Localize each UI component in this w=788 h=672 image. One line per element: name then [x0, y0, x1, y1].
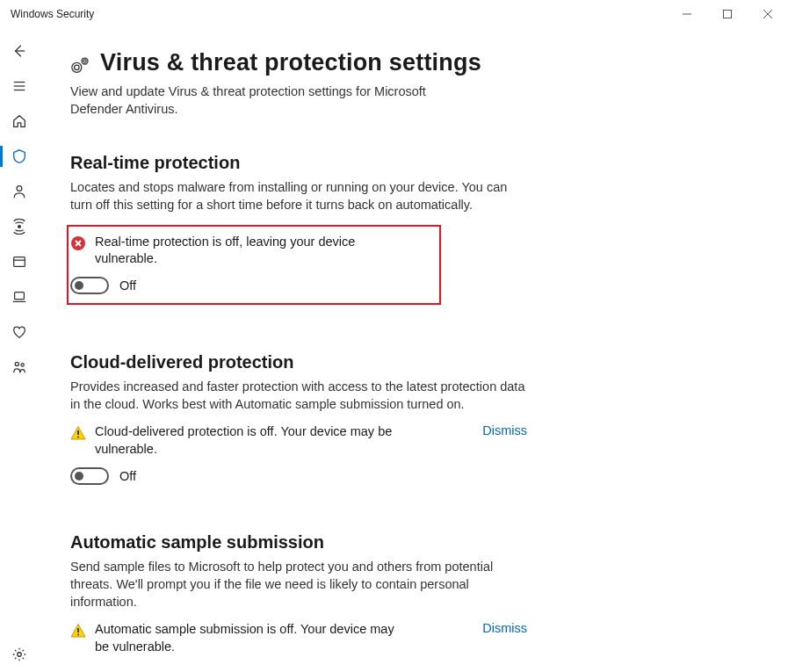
toggle-label-realtime: Off: [119, 278, 136, 293]
highlight-realtime-off: Real-time protection is off, leaving you…: [67, 225, 441, 305]
family-icon: [11, 359, 27, 375]
hamburger-icon: [11, 78, 27, 94]
svg-point-16: [18, 653, 22, 657]
alert-row-cloud: Cloud-delivered protection is off. Your …: [70, 423, 527, 458]
minimize-icon: [683, 10, 691, 18]
sidebar-item-device-health[interactable]: [0, 314, 39, 350]
section-title-realtime: Real-time protection: [70, 153, 527, 173]
alert-row-sample: Automatic sample submission is off. Your…: [70, 621, 527, 655]
svg-point-15: [21, 364, 24, 366]
toggle-cloud[interactable]: [70, 467, 109, 485]
sidebar-item-device-security[interactable]: [0, 279, 39, 314]
home-icon: [11, 113, 27, 129]
toggle-knob: [75, 281, 83, 290]
section-realtime: Real-time protection Locates and stops m…: [70, 153, 527, 305]
sidebar-item-app-browser[interactable]: [0, 244, 39, 279]
person-icon: [11, 184, 27, 199]
sidebar: [0, 28, 39, 672]
titlebar: Windows Security: [0, 0, 788, 28]
toggle-label-cloud: Off: [119, 469, 136, 483]
page-header-icon: [70, 56, 90, 78]
app-browser-icon: [11, 254, 27, 270]
alert-text-sample: Automatic sample submission is off. Your…: [95, 621, 411, 655]
window-controls: [667, 0, 788, 28]
maximize-button[interactable]: [707, 0, 748, 28]
svg-point-8: [17, 186, 22, 191]
app-body: Virus & threat protection settings View …: [0, 28, 788, 672]
svg-point-9: [18, 226, 21, 228]
svg-point-19: [83, 60, 86, 62]
window-title: Windows Security: [11, 8, 94, 20]
section-title-sample: Automatic sample submission: [70, 532, 527, 553]
dismiss-link-sample[interactable]: Dismiss: [482, 621, 527, 635]
section-sample: Automatic sample submission Send sample …: [70, 532, 527, 656]
back-arrow-icon: [11, 43, 27, 59]
section-cloud: Cloud-delivered protection Provides incr…: [70, 352, 527, 485]
section-title-cloud: Cloud-delivered protection: [70, 352, 527, 372]
sidebar-item-settings[interactable]: [0, 637, 39, 672]
toggle-knob: [75, 472, 83, 481]
laptop-icon: [11, 289, 27, 305]
section-desc-realtime: Locates and stops malware from installin…: [70, 178, 527, 214]
sidebar-item-account[interactable]: [0, 174, 39, 209]
back-button[interactable]: [0, 33, 39, 69]
sidebar-item-family[interactable]: [0, 350, 39, 385]
svg-rect-12: [15, 293, 25, 300]
svg-point-20: [82, 58, 88, 64]
toggle-row-realtime: Off: [70, 277, 432, 294]
heart-icon: [11, 324, 27, 340]
toggle-row-cloud: Off: [70, 467, 527, 485]
sidebar-item-home[interactable]: [0, 104, 39, 139]
section-desc-sample: Send sample files to Microsoft to help p…: [70, 558, 527, 611]
sidebar-spacer: [0, 385, 39, 637]
page-subtitle: View and update Virus & threat protectio…: [70, 83, 474, 118]
gear-icon: [11, 647, 27, 662]
svg-rect-10: [14, 257, 25, 267]
maximize-icon: [723, 10, 732, 18]
dismiss-link-cloud[interactable]: Dismiss: [482, 423, 527, 437]
settings-gears-icon: [70, 56, 90, 76]
close-icon: [763, 10, 772, 18]
sidebar-item-virus-protection[interactable]: [0, 139, 39, 174]
svg-rect-1: [724, 11, 732, 18]
minimize-button[interactable]: [667, 0, 707, 28]
error-icon: [70, 235, 86, 254]
alert-text-cloud: Cloud-delivered protection is off. Your …: [95, 423, 411, 458]
alert-text-realtime: Real-time protection is off, leaving you…: [95, 234, 411, 268]
section-desc-cloud: Provides increased and faster protection…: [70, 378, 527, 414]
toggle-realtime[interactable]: [70, 277, 109, 294]
svg-point-14: [15, 362, 18, 365]
alert-row-realtime: Real-time protection is off, leaving you…: [70, 234, 432, 268]
warning-icon: [70, 425, 86, 444]
svg-point-17: [75, 65, 80, 70]
main-content: Virus & threat protection settings View …: [39, 28, 788, 672]
shield-icon: [11, 148, 27, 164]
page-header: Virus & threat protection settings: [70, 49, 753, 78]
sidebar-item-firewall[interactable]: [0, 209, 39, 244]
svg-point-18: [72, 62, 82, 72]
svg-point-29: [77, 634, 79, 636]
close-button[interactable]: [748, 0, 788, 28]
page-title: Virus & threat protection settings: [100, 49, 481, 76]
menu-button[interactable]: [0, 69, 39, 104]
svg-point-26: [77, 437, 79, 438]
warning-icon: [70, 623, 86, 641]
network-icon: [11, 219, 27, 235]
